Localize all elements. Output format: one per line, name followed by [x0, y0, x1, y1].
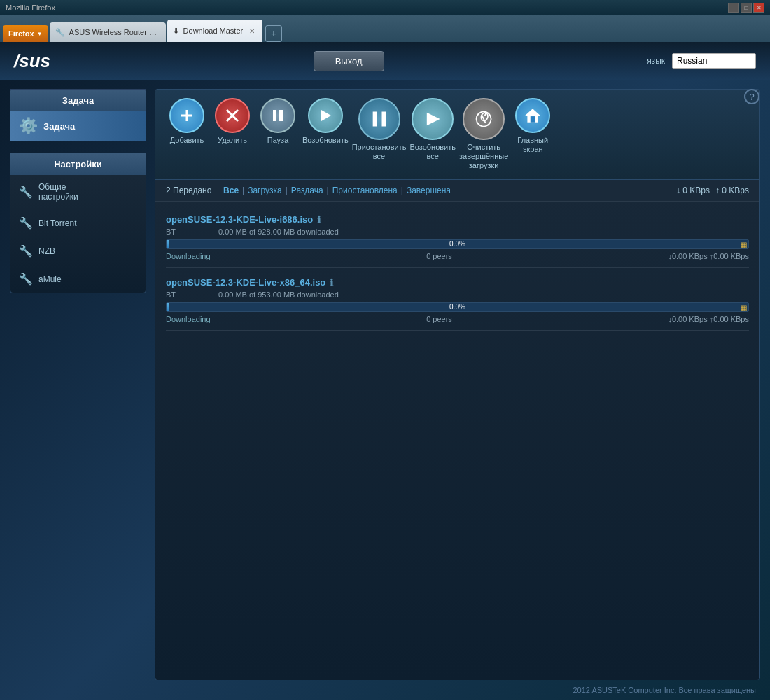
browser-title: Mozilla Firefox: [6, 4, 55, 12]
sidebar-item-task[interactable]: ⚙️ Задача: [10, 111, 146, 141]
svg-rect-5: [279, 110, 283, 121]
download-type-1: BT: [166, 227, 176, 236]
progress-text-1: 0.0%: [167, 240, 748, 248]
downloads-area: openSUSE-12.3-KDE-Live-i686.iso ℹ BT 0.0…: [155, 202, 760, 680]
status-speeds-1: ↓0.00 KBps ↑0.00 KBps: [668, 252, 749, 260]
progress-text-2: 0.0%: [167, 303, 748, 312]
asus-logo: /sus: [14, 50, 50, 72]
progress-bar-2: 0.0% ▦: [166, 302, 749, 312]
download-item: openSUSE-12.3-KDE-Live-i686.iso ℹ BT 0.0…: [166, 209, 749, 268]
svg-marker-6: [321, 110, 331, 121]
status-state-1: Downloading: [166, 252, 211, 260]
header-center: Выход: [50, 51, 647, 71]
copyright: 2012 ASUSTeK Computer Inc. Все права защ…: [573, 686, 756, 694]
tab-close-button[interactable]: ✕: [247, 26, 257, 36]
delete-icon: [215, 98, 250, 133]
pause-button[interactable]: Пауза: [257, 98, 299, 171]
add-button[interactable]: Добавить: [166, 98, 208, 171]
sidebar-item-bittorrent[interactable]: 🔧 Bit Torrent: [10, 209, 146, 237]
status-peers-2: 0 peers: [426, 315, 452, 323]
filter-download[interactable]: Загрузка: [248, 186, 282, 195]
wrench-icon-amule: 🔧: [19, 272, 31, 286]
download-size-1: 0.00 MB of 928.00 MB downloaded: [218, 227, 339, 236]
pause-all-label: Приостановитьвсе: [352, 143, 407, 161]
pause-all-button[interactable]: Приостановитьвсе: [352, 98, 407, 171]
task-icon: ⚙️: [19, 117, 38, 135]
download-type-2: BT: [166, 290, 176, 299]
download-item-2: openSUSE-12.3-KDE-Live-x86_64.iso ℹ BT 0…: [166, 272, 749, 331]
add-icon: [169, 98, 204, 133]
minimize-button[interactable]: ─: [728, 3, 739, 13]
exit-button[interactable]: Выход: [314, 51, 384, 71]
clean-button[interactable]: Очиститьзавершённыезагрузки: [459, 98, 508, 171]
status-peers-1: 0 peers: [426, 252, 452, 260]
download-status-1: Downloading 0 peers ↓0.00 KBps ↑0.00 KBp…: [166, 252, 749, 260]
amule-label: aMule: [38, 274, 62, 284]
download-size-2: 0.00 MB of 953.00 MB downloaded: [218, 290, 339, 299]
filter-paused[interactable]: Приостановлена: [332, 186, 398, 195]
wrench-icon-nzb: 🔧: [19, 244, 31, 258]
task-item-label: Задача: [43, 121, 75, 132]
main-content: Добавить Удалить Пауза: [155, 89, 760, 680]
info-icon-1[interactable]: ℹ: [317, 214, 321, 225]
svg-rect-13: [531, 116, 536, 122]
delete-label: Удалить: [218, 136, 247, 145]
tab2-label: Download Master: [183, 27, 244, 35]
add-label: Добавить: [170, 136, 204, 145]
svg-marker-9: [427, 113, 440, 126]
close-button[interactable]: ✕: [753, 3, 764, 13]
window-controls: ─ □ ✕: [728, 3, 764, 13]
resume-icon: [308, 98, 343, 133]
filter-complete[interactable]: Завершена: [407, 186, 451, 195]
resume-all-button[interactable]: Возобновитьвсе: [410, 98, 456, 171]
settings-section-title: Настройки: [10, 153, 146, 175]
task-section: Задача ⚙️ Задача: [10, 89, 146, 141]
pause-icon: [260, 98, 295, 133]
download-name-2: openSUSE-12.3-KDE-Live-x86_64.iso ℹ: [166, 277, 749, 288]
filter-share[interactable]: Раздача: [291, 186, 323, 195]
transfer-count: 2 Передано: [166, 186, 211, 195]
tab-download-master[interactable]: ⬇ Download Master ✕: [167, 20, 263, 42]
download-name-1: openSUSE-12.3-KDE-Live-i686.iso ℹ: [166, 214, 749, 225]
help-button[interactable]: ?: [744, 89, 760, 104]
header-right: язык Russian English: [647, 53, 756, 69]
sidebar-item-amule[interactable]: 🔧 aMule: [10, 265, 146, 293]
resume-label: Возобновить: [302, 136, 349, 145]
tab1-label: ASUS Wireless Router RT-N14U - USB...: [69, 28, 160, 36]
title-bar: Mozilla Firefox ─ □ ✕: [0, 0, 770, 15]
delete-button[interactable]: Удалить: [211, 98, 253, 171]
progress-icon-2: ▦: [741, 304, 747, 312]
sidebar-item-general-settings[interactable]: 🔧 Общиенастройки: [10, 175, 146, 209]
progress-icon-1: ▦: [741, 241, 747, 248]
lang-label: язык: [647, 56, 665, 66]
filter-bar: 2 Передано Все | Загрузка | Раздача | Пр…: [155, 180, 760, 202]
svg-rect-7: [372, 112, 377, 127]
resume-button[interactable]: Возобновить: [302, 98, 349, 171]
maximize-button[interactable]: □: [741, 3, 752, 13]
svg-rect-8: [382, 112, 386, 127]
tab2-favicon: ⬇: [173, 27, 179, 36]
filter-all[interactable]: Все: [223, 186, 239, 195]
tab-asus-router[interactable]: 🔧 ASUS Wireless Router RT-N14U - USB...: [50, 22, 166, 42]
clean-icon: [463, 98, 505, 140]
home-button[interactable]: Главныйэкран: [512, 98, 554, 171]
app-footer: 2012 ASUSTeK Computer Inc. Все права защ…: [0, 680, 770, 700]
download-filename-2: openSUSE-12.3-KDE-Live-x86_64.iso: [166, 277, 326, 288]
download-meta-1: BT 0.00 MB of 928.00 MB downloaded: [166, 227, 749, 236]
lang-selector[interactable]: Russian English: [672, 53, 756, 69]
nzb-label: NZB: [38, 246, 55, 256]
main-body: ? Задача ⚙️ Задача Настройки 🔧 Общиенаст…: [0, 80, 770, 680]
sidebar: Задача ⚙️ Задача Настройки 🔧 Общиенастро…: [10, 89, 146, 680]
sidebar-item-nzb[interactable]: 🔧 NZB: [10, 237, 146, 265]
firefox-menu-button[interactable]: Firefox ▼: [3, 25, 48, 42]
svg-rect-4: [273, 110, 276, 121]
lang-select[interactable]: Russian English: [672, 53, 756, 69]
new-tab-button[interactable]: +: [265, 25, 282, 42]
wrench-icon-general: 🔧: [19, 186, 31, 199]
pause-all-icon: [358, 98, 400, 140]
speed-info: ↓ 0 KBps ↑ 0 KBps: [676, 186, 749, 195]
resume-all-label: Возобновитьвсе: [410, 143, 456, 161]
info-icon-2[interactable]: ℹ: [330, 277, 333, 288]
pause-label: Пауза: [267, 136, 289, 145]
tab-bar: Firefox ▼ 🔧 ASUS Wireless Router RT-N14U…: [0, 15, 770, 42]
